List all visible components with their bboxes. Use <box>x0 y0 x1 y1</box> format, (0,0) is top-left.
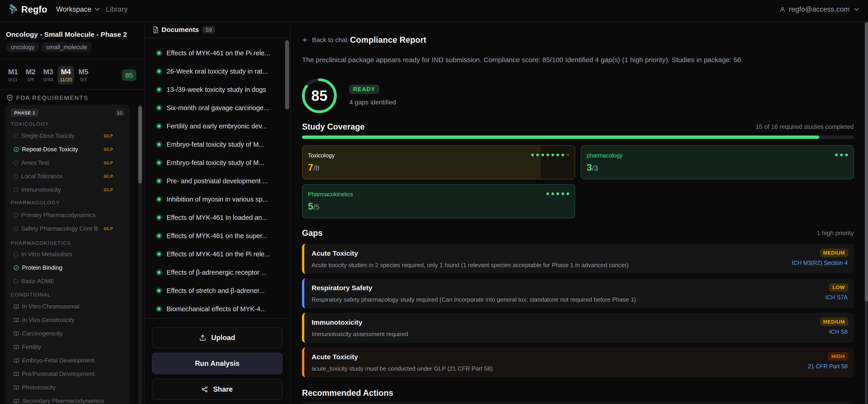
svg-text:85: 85 <box>311 88 328 104</box>
